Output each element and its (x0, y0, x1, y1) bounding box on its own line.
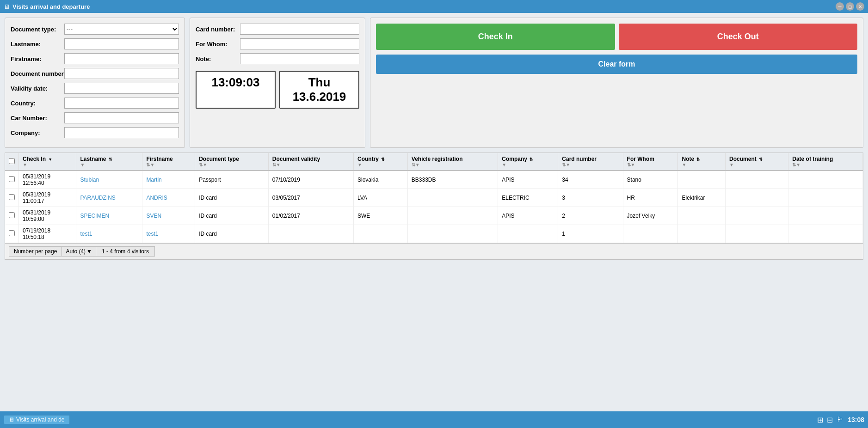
cell-note (678, 207, 726, 225)
cell-firstname[interactable]: ANDRIS (142, 189, 195, 207)
cell-document (726, 189, 788, 207)
close-button[interactable]: ✕ (856, 2, 864, 11)
firstname-row: Firstname: (11, 53, 179, 64)
col-lastname[interactable]: Lastname ⇅ ▼ (76, 153, 142, 171)
card-number-input[interactable] (240, 24, 359, 35)
document-form-panel: Document type: --- Passport ID card Othe… (5, 18, 185, 148)
number-per-page-button[interactable]: Number per page (9, 246, 62, 257)
firstname-input[interactable] (64, 53, 179, 64)
col-firstname[interactable]: Firstname ⇅▼ (142, 153, 195, 171)
cell-note (678, 225, 726, 243)
for-whom-filter-icon: ⇅▼ (627, 162, 635, 167)
cell-for-whom (623, 225, 678, 243)
doc-number-input[interactable] (64, 68, 179, 79)
cell-lastname[interactable]: Stubian (76, 171, 142, 189)
col-country[interactable]: Country ⇅ ▼ (353, 153, 407, 171)
cell-card-number: 1 (558, 225, 623, 243)
note-filter-icon: ▼ (682, 162, 686, 167)
col-doc-validity[interactable]: Document validity ⇅▼ (268, 153, 353, 171)
cell-for-whom: Stano (623, 171, 678, 189)
taskbar-app-icon: 🖥 (9, 416, 14, 423)
row-checkbox-3[interactable] (9, 230, 15, 236)
col-company[interactable]: Company ⇅ ▼ (498, 153, 558, 171)
company-input[interactable] (64, 127, 179, 138)
clear-form-button[interactable]: Clear form (376, 55, 857, 74)
cell-lastname[interactable]: PARAUDZINS (76, 189, 142, 207)
cell-note (678, 171, 726, 189)
minimize-button[interactable]: ─ (836, 2, 844, 11)
cell-checkin: 05/31/2019 12:56:40 (19, 171, 76, 189)
cell-firstname[interactable]: Martin (142, 171, 195, 189)
cell-for-whom: HR (623, 189, 678, 207)
for-whom-input[interactable] (240, 38, 359, 49)
cell-doc-type: ID card (195, 207, 269, 225)
dropdown-arrow-icon: ▼ (86, 248, 92, 255)
cell-date-training (788, 225, 863, 243)
country-filter-icon: ▼ (357, 162, 362, 167)
cell-doc-type: Passport (195, 171, 269, 189)
cell-checkin: 05/31/2019 10:59:00 (19, 207, 76, 225)
doc-validity-filter-icon: ⇅▼ (272, 162, 281, 167)
lastname-input[interactable] (64, 38, 179, 49)
col-note[interactable]: Note ⇅ ▼ (678, 153, 726, 171)
for-whom-row: For Whom: (196, 38, 359, 49)
cell-checkin: 07/19/2018 10:50:18 (19, 225, 76, 243)
checkout-button[interactable]: Check Out (619, 24, 858, 50)
col-date-training[interactable]: Date of training ⇅▼ (788, 153, 863, 171)
auto-dropdown[interactable]: Auto (4) ▼ (62, 246, 96, 257)
table-row: 05/31/2019 11:00:17PARAUDZINSANDRISID ca… (5, 189, 863, 207)
col-doc-type[interactable]: Document type ⇅▼ (195, 153, 269, 171)
checkin-button[interactable]: Check In (376, 24, 615, 50)
cell-date-training (788, 207, 863, 225)
card-number-row: Card number: (196, 24, 359, 35)
col-select-all[interactable] (5, 153, 19, 171)
note-input[interactable] (240, 53, 359, 64)
company-filter-icon: ▼ (502, 162, 506, 167)
col-for-whom[interactable]: For Whom ⇅▼ (623, 153, 678, 171)
row-checkbox-1[interactable] (9, 194, 15, 200)
country-label: Country: (11, 100, 62, 107)
taskbar-app-button[interactable]: 🖥 Visits arrival and de (4, 415, 70, 424)
checkin-checkout-row: Check In Check Out (376, 24, 857, 50)
col-vehicle[interactable]: Vehicle registration ⇅▼ (407, 153, 498, 171)
checkin-sort-icon: ▼ (48, 157, 52, 162)
country-row: Country: (11, 98, 179, 109)
cell-lastname[interactable]: SPECIMEN (76, 207, 142, 225)
select-all-checkbox[interactable] (9, 158, 15, 164)
cell-firstname[interactable]: test1 (142, 225, 195, 243)
main-content: Document type: --- Passport ID card Othe… (0, 13, 868, 411)
validity-date-row: Validity date: (11, 83, 179, 94)
table-row: 05/31/2019 12:56:40StubianMartinPassport… (5, 171, 863, 189)
document-filter-icon: ▼ (729, 162, 734, 167)
cell-company: APIS (498, 171, 558, 189)
car-number-input[interactable] (64, 112, 179, 123)
cell-lastname[interactable]: test1 (76, 225, 142, 243)
taskbar: 🖥 Visits arrival and de ⊞ ⊟ 🏳 13:08 (0, 411, 868, 428)
doc-type-select[interactable]: --- Passport ID card Other (64, 24, 179, 35)
col-document[interactable]: Document ⇅ ▼ (726, 153, 788, 171)
doc-type-row: Document type: --- Passport ID card Othe… (11, 24, 179, 35)
table-row: 07/19/2018 10:50:18test1test1ID card1 (5, 225, 863, 243)
col-card-number[interactable]: Card number ⇅▼ (558, 153, 623, 171)
row-checkbox-0[interactable] (9, 176, 15, 182)
country-input[interactable] (64, 98, 179, 109)
company-sort-icon: ⇅ (529, 157, 533, 162)
cell-card-number: 34 (558, 171, 623, 189)
cell-note: Elektrikar (678, 189, 726, 207)
checkin-filter-icon: ▼ (23, 162, 27, 167)
lastname-sort-icon: ⇅ (109, 157, 112, 162)
cell-date-training (788, 171, 863, 189)
table-header-row: Check In ▼ ▼ Lastname ⇅ ▼ Firstname ⇅▼ D… (5, 153, 863, 171)
cell-vehicle (407, 225, 498, 243)
company-row: Company: (11, 127, 179, 138)
vehicle-filter-icon: ⇅▼ (412, 162, 420, 167)
cell-company: ELECTRIC (498, 189, 558, 207)
row-checkbox-2[interactable] (9, 212, 15, 218)
validity-date-input[interactable] (64, 83, 179, 94)
cell-firstname[interactable]: SVEN (142, 207, 195, 225)
tray-icon-1: ⊞ (817, 416, 823, 424)
cell-checkin: 05/31/2019 11:00:17 (19, 189, 76, 207)
page-range-info: 1 - 4 from 4 visitors (96, 246, 155, 257)
col-checkin[interactable]: Check In ▼ ▼ (19, 153, 76, 171)
maximize-button[interactable]: ◻ (846, 2, 854, 11)
